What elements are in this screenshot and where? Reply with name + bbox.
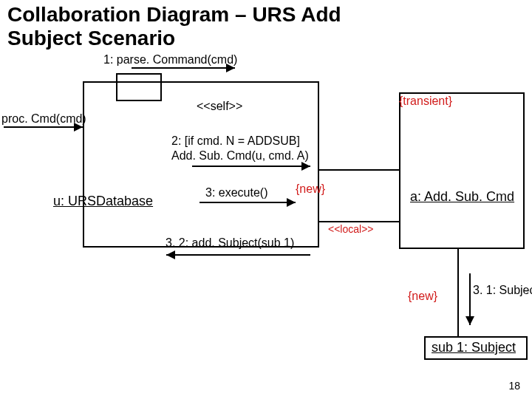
title-line2: Subject Scenario bbox=[7, 27, 175, 50]
msg-3-2-addsubject: 3. 2: add. Subject(sub 1) bbox=[166, 236, 294, 250]
svg-marker-15 bbox=[466, 316, 474, 325]
msg-3-execute: 3: execute() bbox=[205, 186, 267, 200]
msg-1-parse: 1: parse. Command(cmd) bbox=[103, 53, 237, 66]
svg-marker-13 bbox=[166, 250, 175, 259]
proc-cmd-call: proc. Cmd(cmd) bbox=[1, 112, 86, 126]
msg-3-1-subject: 3. 1: Subject(id, name) bbox=[473, 284, 532, 297]
object-addsubcmd-label: a: Add. Sub. Cmd bbox=[410, 189, 514, 205]
self-stereotype: <<self>> bbox=[197, 100, 242, 113]
local-stereotype: <<local>> bbox=[328, 223, 374, 235]
title-line1: Collaboration Diagram – URS Add bbox=[7, 3, 341, 26]
object-subject-label: sub 1: Subject bbox=[432, 340, 516, 355]
page-number: 18 bbox=[508, 380, 520, 392]
object-addsubcmd bbox=[399, 92, 525, 249]
object-ursdatabase-label: u: URSDatabase bbox=[53, 194, 153, 209]
constraint-transient: {transient} bbox=[399, 95, 452, 108]
constraint-new-sub: {new} bbox=[408, 290, 437, 303]
constraint-new-a: {new} bbox=[296, 183, 325, 196]
msg-2-action: Add. Sub. Cmd(u, cmd. A) bbox=[171, 149, 309, 163]
msg-2-guard: 2: [if cmd. N = ADDSUB] bbox=[171, 134, 300, 148]
